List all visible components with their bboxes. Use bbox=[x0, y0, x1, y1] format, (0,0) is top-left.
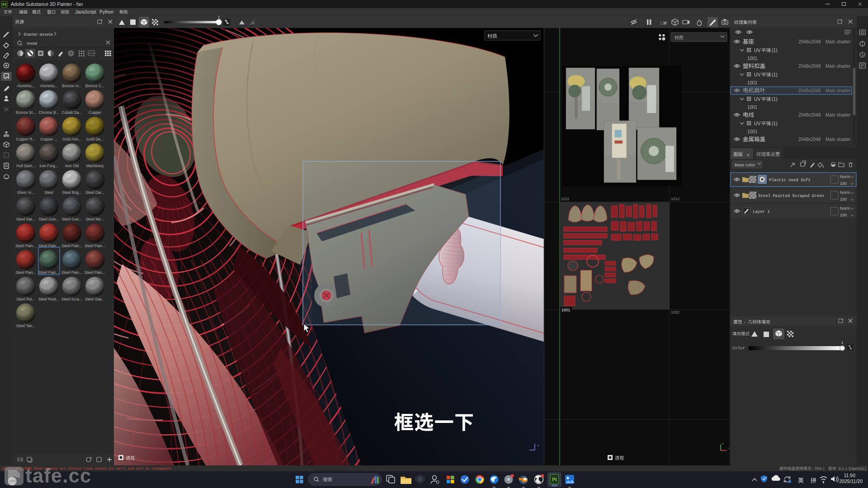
svg-text:Pt: Pt bbox=[2, 2, 6, 7]
svg-text:Copper ...: Copper ... bbox=[40, 137, 57, 141]
svg-text:Base color: Base color bbox=[735, 162, 755, 167]
svg-text:2048x2048: 2048x2048 bbox=[798, 64, 821, 69]
svg-text:Aluminiu...: Aluminiu... bbox=[40, 84, 58, 88]
svg-text:Steel Pain...: Steel Pain... bbox=[61, 244, 82, 248]
svg-text:Color: Color bbox=[732, 346, 745, 351]
svg-text:(1): (1) bbox=[772, 96, 778, 102]
svg-text:Main shader: Main shader bbox=[826, 137, 851, 142]
svg-text:Plastic Used Soft: Plastic Used Soft bbox=[769, 178, 811, 183]
svg-text:2048x2048: 2048x2048 bbox=[798, 113, 821, 117]
svg-text:JavaScript: JavaScript bbox=[75, 9, 96, 14]
svg-text:Norm: Norm bbox=[840, 174, 850, 179]
svg-text:UV: UV bbox=[754, 72, 761, 77]
svg-text:UV: UV bbox=[754, 121, 761, 126]
svg-text:Layer 1: Layer 1 bbox=[753, 210, 770, 214]
svg-text:Gold Da...: Gold Da... bbox=[86, 137, 104, 141]
svg-text:v: v bbox=[722, 442, 724, 445]
svg-text:Steel Dar...: Steel Dar... bbox=[16, 217, 35, 221]
svg-text:Bronze C...: Bronze C... bbox=[85, 84, 105, 88]
svg-text:Steel Pain...: Steel Pain... bbox=[85, 244, 105, 248]
svg-text:Steel: Steel bbox=[44, 190, 53, 195]
svg-text:Adobe Substance 3D Painter - f: Adobe Substance 3D Painter - fan bbox=[11, 1, 83, 7]
svg-text:100: 100 bbox=[840, 197, 847, 202]
svg-text:Norm: Norm bbox=[840, 190, 850, 195]
svg-text:metal: metal bbox=[27, 41, 37, 46]
svg-text:Bronze Ar...: Bronze Ar... bbox=[62, 84, 82, 88]
svg-text:Steel Gun...: Steel Gun... bbox=[62, 217, 82, 221]
svg-text:: 9.1.1 (OpenGL): : 9.1.1 (OpenGL) bbox=[836, 466, 866, 471]
svg-text:1001: 1001 bbox=[747, 105, 758, 110]
svg-text:Steel Gun...: Steel Gun... bbox=[39, 217, 59, 221]
svg-text:Aluminiu...: Aluminiu... bbox=[17, 84, 35, 88]
svg-text:Steel Pain...: Steel Pain... bbox=[85, 270, 105, 275]
svg-text:1: 1 bbox=[841, 340, 844, 345]
svg-text:Steel Tan...: Steel Tan... bbox=[16, 324, 35, 328]
svg-text:tafe.cc: tafe.cc bbox=[25, 465, 91, 487]
svg-text:Steel Pain...: Steel Pain... bbox=[15, 270, 36, 275]
svg-text:Main shader: Main shader bbox=[826, 113, 851, 117]
svg-text:Hull Dam...: Hull Dam... bbox=[16, 164, 35, 168]
svg-text:□ø: □ø bbox=[660, 20, 667, 25]
svg-text:Copper R...: Copper R... bbox=[16, 137, 35, 141]
svg-text:UV: UV bbox=[754, 96, 761, 102]
svg-text:UV: UV bbox=[754, 47, 761, 53]
svg-text:Copper: Copper bbox=[89, 110, 101, 115]
svg-text:Iron Forg...: Iron Forg... bbox=[39, 164, 58, 168]
svg-text:Steel Pain...: Steel Pain... bbox=[15, 244, 36, 248]
svg-text:Main shader: Main shader bbox=[826, 64, 851, 69]
svg-text:: 79% |: : 79% | bbox=[812, 466, 824, 471]
svg-text:-: - bbox=[744, 319, 745, 324]
svg-text:Steel Dar...: Steel Dar... bbox=[85, 190, 104, 195]
svg-text:100: 100 bbox=[840, 213, 847, 217]
svg-text:Steel Me...: Steel Me... bbox=[86, 217, 104, 221]
svg-text:Steel Scra...: Steel Scra... bbox=[61, 297, 82, 301]
svg-text:1001: 1001 bbox=[747, 129, 758, 134]
svg-text:2048x2048: 2048x2048 bbox=[798, 137, 821, 142]
svg-text:2025/11/20: 2025/11/20 bbox=[839, 479, 863, 484]
svg-text:1: 1 bbox=[218, 15, 220, 19]
svg-text:Machinery: Machinery bbox=[86, 164, 104, 168]
svg-text:Main shader: Main shader bbox=[826, 39, 851, 44]
svg-text:Silver Ar...: Silver Ar... bbox=[17, 190, 34, 195]
svg-text:Steel Pain...: Steel Pain... bbox=[61, 270, 82, 275]
svg-text:2048x2048: 2048x2048 bbox=[798, 39, 821, 44]
svg-text:Steel Painted Scraped Green: Steel Painted Scraped Green bbox=[758, 194, 824, 198]
svg-text:1012: 1012 bbox=[671, 197, 679, 201]
svg-text:Bronze St...: Bronze St... bbox=[16, 110, 36, 115]
svg-text:1001: 1001 bbox=[561, 308, 570, 312]
svg-text:1002: 1002 bbox=[671, 310, 679, 314]
svg-text:Python: Python bbox=[99, 9, 113, 14]
svg-text:Steel Pain...: Steel Pain... bbox=[38, 270, 59, 275]
svg-text:11:50: 11:50 bbox=[844, 473, 856, 478]
svg-text:Steel Brig...: Steel Brig... bbox=[62, 190, 82, 195]
svg-text:Iron Old: Iron Old bbox=[65, 164, 79, 168]
svg-text:(1): (1) bbox=[772, 121, 778, 126]
svg-text:Chrome B...: Chrome B... bbox=[38, 110, 59, 115]
svg-text:Norm: Norm bbox=[840, 206, 850, 211]
svg-text:Gold Arm...: Gold Arm... bbox=[62, 137, 82, 141]
svg-text:Steel Rust...: Steel Rust... bbox=[38, 297, 59, 301]
svg-text:1001: 1001 bbox=[747, 56, 758, 61]
svg-text:(1): (1) bbox=[772, 47, 778, 53]
svg-text:Cobalt Da...: Cobalt Da... bbox=[62, 110, 82, 115]
svg-text:Pt: Pt bbox=[552, 477, 557, 482]
svg-text:1001: 1001 bbox=[747, 80, 758, 85]
svg-text:Starter assets: Starter assets bbox=[24, 32, 53, 37]
svg-text:Steel Rui...: Steel Rui... bbox=[16, 297, 35, 301]
svg-text:(1): (1) bbox=[772, 72, 778, 77]
svg-text:z: z bbox=[538, 444, 539, 447]
svg-text:100: 100 bbox=[840, 181, 847, 186]
svg-text:1011: 1011 bbox=[561, 197, 570, 201]
svg-text:Steel Stai...: Steel Stai... bbox=[85, 297, 104, 301]
